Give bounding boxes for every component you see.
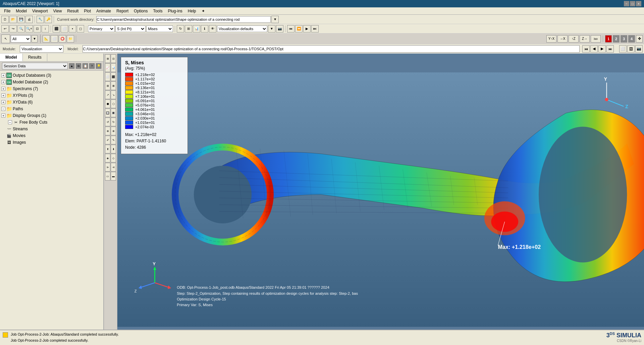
vp-icon3[interactable]: 📷 (635, 45, 643, 53)
vp-tb9b[interactable]: ⊗ (111, 127, 116, 135)
axis-btn5[interactable]: iso (591, 35, 601, 43)
tree-item-streams[interactable]: − 〰 Streams (0, 126, 103, 132)
num2-btn[interactable]: 2 (613, 35, 620, 43)
vp-icon2[interactable]: 🖼 (627, 45, 635, 53)
expand-xyplots[interactable]: + (1, 93, 5, 97)
menu-tools[interactable]: Tools (150, 8, 165, 14)
tool-scale[interactable]: ↕ (42, 25, 49, 32)
window-controls[interactable]: − □ × (624, 1, 641, 6)
chart-btn[interactable]: 📊 (193, 25, 200, 32)
all-arrow-btn[interactable]: ▼ (32, 35, 38, 43)
nav-start-btn[interactable]: ⏮ (582, 45, 590, 53)
tree-item-xyplots[interactable]: + 📁 XYPlots (3) (0, 92, 103, 99)
vp-tb10b[interactable]: ✎ (111, 136, 116, 144)
tool-zoom[interactable]: 🔍 (17, 25, 25, 32)
tool-fit[interactable]: ⊡ (34, 25, 41, 32)
tree-item-paths[interactable]: − 📁 Paths (0, 106, 103, 112)
anim-prev[interactable]: ⏪ (295, 25, 303, 32)
print-btn[interactable]: 🖨 (25, 16, 33, 23)
icon6[interactable]: 🔑 (45, 16, 52, 23)
table-btn[interactable]: ⊞ (185, 25, 192, 32)
vp-tb3a[interactable]: ⬜ (105, 72, 110, 81)
vp-tb10a[interactable]: ✐ (105, 136, 110, 144)
session-paste-btn[interactable]: 📋 (83, 63, 88, 69)
vp-tb13b[interactable]: ⊲ (111, 163, 116, 171)
menu-plot[interactable]: Plot (81, 8, 94, 14)
vp-tb7b[interactable]: 🔳 (111, 109, 116, 117)
tree-item-output-dbs[interactable]: + DB Output Databases (3) (0, 72, 103, 79)
info-btn[interactable]: ℹ (201, 25, 208, 32)
vp-tb1a[interactable]: ⊞ (105, 54, 110, 63)
vp-tb14b[interactable]: ▬ (111, 172, 116, 181)
vp-tb4a[interactable]: ⊞ (105, 81, 110, 90)
component-select[interactable]: Mises (146, 25, 173, 32)
menu-animate[interactable]: Animate (94, 8, 114, 14)
close-button[interactable]: × (636, 1, 641, 6)
vp-tb4b[interactable]: ⊠ (111, 81, 116, 90)
vp-tb13a[interactable]: ⊳ (105, 163, 110, 171)
menu-report[interactable]: Report (114, 8, 131, 14)
tree-item-images[interactable]: − 🖼 Images (0, 139, 103, 146)
tree-item-xydata[interactable]: + 📁 XYData (6) (0, 99, 103, 106)
expand-paths[interactable]: − (1, 107, 5, 111)
axis-btn2[interactable]: →X (557, 35, 568, 43)
vp-icon1[interactable]: ⬜ (619, 45, 627, 53)
session-copy-btn[interactable]: ⧉ (76, 63, 81, 69)
vp-tb5b[interactable]: ↘ (111, 90, 116, 99)
session-info-btn[interactable]: ? (89, 63, 95, 69)
vp-tb3b[interactable]: ⬛ (111, 72, 116, 81)
viewport[interactable]: ⊞ ⊡ 📈 📊 ⬜ ⬛ ⊞ ⊠ ↗ ↘ ⬢ ⬡ (104, 54, 644, 345)
expand-xydata[interactable]: + (1, 100, 5, 104)
vp-tb7a[interactable]: 🔲 (105, 109, 110, 117)
expand-spectrums[interactable]: + (1, 87, 5, 91)
more-btn[interactable]: ✤ (636, 35, 643, 43)
expand-free-body-cuts[interactable]: − (8, 120, 12, 124)
vis-defaults-select[interactable]: Visualization defaults (217, 25, 267, 32)
vis-btn[interactable]: 👁 (209, 25, 216, 32)
session-light-btn[interactable]: 💡 (96, 63, 101, 69)
maximize-button[interactable]: □ (630, 1, 635, 6)
anim-play[interactable]: ▶ (303, 25, 311, 32)
expand-display-groups[interactable]: + (1, 114, 5, 118)
vp-tb6a[interactable]: ⬢ (105, 99, 110, 108)
vp-tb11b[interactable]: ⬇ (111, 145, 116, 153)
vp-tb1b[interactable]: ⊡ (111, 54, 116, 63)
tree-item-free-body-cuts[interactable]: − ✂ Free Body Cuts (0, 119, 103, 126)
cwd-input[interactable] (96, 16, 271, 23)
tool-redo[interactable]: ↪ (9, 25, 17, 32)
cycle-btn[interactable]: ↻ (177, 25, 184, 32)
menu-help[interactable]: Help (185, 8, 199, 14)
nav-play-btn[interactable]: ▶ (598, 45, 606, 53)
anim-end[interactable]: ⏭ (311, 25, 319, 32)
expand-output-dbs[interactable]: + (1, 73, 5, 77)
cam-btn[interactable]: 📷 (276, 25, 283, 32)
menu-viewport[interactable]: Viewport (30, 8, 50, 14)
anim-start[interactable]: ⏮ (287, 25, 294, 32)
step-select[interactable]: Primary (88, 25, 115, 32)
sk3[interactable]: ⭕ (59, 35, 66, 43)
nav-end-btn[interactable]: ⏭ (606, 45, 614, 53)
menu-model[interactable]: Model (13, 8, 30, 14)
tool-3d3[interactable]: ▪ (69, 25, 76, 32)
vp-tb12b[interactable]: ◇ (111, 154, 116, 162)
num1-btn[interactable]: 1 (605, 35, 612, 43)
sk2[interactable]: ⬜ (51, 35, 58, 43)
open-btn[interactable]: 📂 (9, 16, 17, 23)
session-select[interactable]: Session Data (2, 63, 68, 69)
cwd-browse-btn[interactable]: ▼ (271, 16, 279, 23)
tool-arrow[interactable]: ↩ (1, 25, 9, 32)
vp-tb12a[interactable]: ◈ (105, 154, 110, 162)
menu-file[interactable]: File (1, 8, 13, 14)
vp-tb2b[interactable]: 📊 (111, 63, 116, 72)
num3-btn[interactable]: 3 (621, 35, 627, 43)
vp-tb14a[interactable]: ▭ (105, 172, 110, 181)
model-path-input[interactable] (83, 45, 580, 53)
vp-tb11a[interactable]: ⬆ (105, 145, 110, 153)
nav-prev-btn[interactable]: ◀ (590, 45, 598, 53)
tree-item-spectrums[interactable]: + 📁 Spectrums (7) (0, 85, 103, 92)
num4-btn[interactable]: 4 (628, 35, 635, 43)
all-select[interactable]: All (11, 35, 31, 43)
tab-results[interactable]: Results (23, 54, 47, 61)
tool-3d2[interactable]: ⬜ (61, 25, 68, 32)
tool-zoom2[interactable]: 🔍+ (25, 25, 33, 32)
